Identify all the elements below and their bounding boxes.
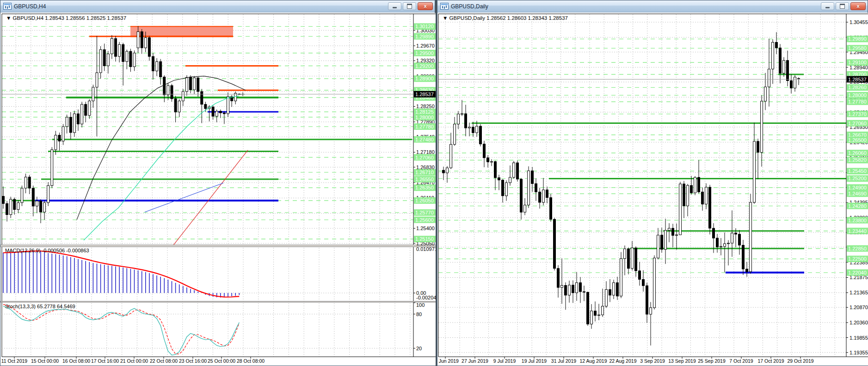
candle-body <box>524 205 526 212</box>
maximize-button[interactable] <box>836 2 849 10</box>
candle-body <box>620 259 622 296</box>
candle-body <box>21 188 23 202</box>
daily-chart-area[interactable]: 1.304551.299451.294501.289401.284451.279… <box>437 12 868 366</box>
sr-price-badge-label: 1.28125 <box>415 109 434 115</box>
candle-body <box>2 196 5 204</box>
candle-body <box>750 202 752 272</box>
candle-body <box>468 127 471 128</box>
candle-body <box>144 37 147 48</box>
candle-body <box>96 73 98 87</box>
candle-body <box>494 162 497 178</box>
price-scale-label: 1.20870 <box>850 305 868 310</box>
date-label: 17 Jun 2019 <box>437 358 459 364</box>
titlebar-daily[interactable]: GBPUSD,Daily x <box>437 0 868 12</box>
daily-chart-canvas[interactable]: 1.304551.299451.294501.289401.284451.279… <box>437 12 868 366</box>
sr-price-badge-label: 1.22500 <box>848 256 867 262</box>
candle-body <box>118 44 121 56</box>
minimize-button[interactable] <box>388 2 401 10</box>
close-icon: x <box>856 4 859 9</box>
sr-price-badge-label: 1.26060 <box>848 150 867 156</box>
sr-price-badge-label: 1.23800 <box>848 218 867 223</box>
candle-body <box>757 141 759 152</box>
candle-body <box>716 238 719 247</box>
candle-body <box>554 220 556 268</box>
candle-body <box>62 127 64 141</box>
h4-chart-canvas[interactable]: 0.0109710.00-0.002043MACD(12,26,9) -0.00… <box>0 12 436 366</box>
candle-body <box>201 92 203 104</box>
sr-price-badge-label: 1.24280 <box>848 203 867 209</box>
candle-body <box>720 246 722 247</box>
close-button[interactable]: x <box>418 2 433 10</box>
sr-price-badge-label: 1.27780 <box>848 99 867 104</box>
candle-body <box>672 228 674 235</box>
minimize-icon <box>825 7 830 8</box>
chart-ohlc-header: ▼ GBPUSD,Daily 1.28562 1.28603 1.28343 1… <box>443 15 568 21</box>
sr-price-badge-label: 1.25200 <box>848 176 867 181</box>
candle-body <box>690 185 693 193</box>
candle-body <box>579 283 582 292</box>
candle-body <box>103 49 105 66</box>
candle-body <box>88 101 91 115</box>
candle-body <box>197 78 199 92</box>
candle-body <box>465 114 467 128</box>
titlebar-h4[interactable]: GBPUSD,H4 x <box>0 0 435 12</box>
sr-price-badge-label: 1.22850 <box>848 246 867 251</box>
candle-body <box>557 268 560 287</box>
candle-body <box>565 286 567 295</box>
sr-price-badge-label: 1.28260 <box>848 85 867 90</box>
maximize-button[interactable] <box>403 2 416 10</box>
candle-body <box>591 311 593 324</box>
candle-body <box>69 117 72 133</box>
candle-body <box>668 228 671 231</box>
chart-window-icon <box>440 3 449 10</box>
price-scale-label: 1.30455 <box>850 19 868 25</box>
candle-body <box>498 177 500 180</box>
candle-body <box>43 203 46 212</box>
date-label: 23 Oct 16:00 <box>179 358 207 364</box>
candle-body <box>182 92 184 101</box>
candle-body <box>167 85 169 95</box>
h4-chart-area[interactable]: 0.0109710.00-0.002043MACD(12,26,9) -0.00… <box>0 12 435 366</box>
candle-body <box>646 286 648 314</box>
macd-scale-bottom: -0.002043 <box>416 295 436 300</box>
minimize-button[interactable] <box>821 2 834 10</box>
candle-body <box>520 179 523 212</box>
candle-body <box>227 97 229 114</box>
price-scale-label: 1.28250 <box>416 104 435 109</box>
candle-body <box>598 315 600 315</box>
current-price-badge-label: 1.28537 <box>415 92 434 97</box>
window-controls-h4: x <box>388 2 433 10</box>
candle-body <box>152 56 154 71</box>
close-button[interactable]: x <box>850 2 866 10</box>
candle-body <box>739 234 741 245</box>
candle-body <box>676 235 678 235</box>
date-label: 31 Jul 2019 <box>551 358 576 364</box>
sr-price-badge-label: 1.25770 <box>415 210 434 215</box>
price-scale-label: 1.19355 <box>850 350 868 355</box>
sr-price-badge-label: 1.29100 <box>848 60 867 65</box>
sr-price-badge-label: 1.29890 <box>415 34 434 39</box>
candle-body <box>122 44 124 61</box>
price-scale-label: 1.20360 <box>850 320 868 325</box>
candle-body <box>443 170 445 173</box>
candle-body <box>454 124 456 145</box>
candle-body <box>215 111 218 116</box>
sr-price-badge-label: 1.26350 <box>415 185 434 190</box>
date-label: 25 Oct 00:00 <box>208 358 235 364</box>
candle-body <box>742 245 745 269</box>
candle-body <box>509 177 511 183</box>
candle-body <box>517 163 519 179</box>
candle-body <box>85 104 87 116</box>
candle-body <box>472 127 474 133</box>
sr-price-badge-label: 1.27370 <box>848 111 867 117</box>
candle-body <box>10 199 12 214</box>
candle-body <box>450 144 452 168</box>
mdi-workspace: GBPUSD,H4 x 0.0109710.00-0.002043MACD(12… <box>0 0 868 366</box>
date-label: 7 Oct 2019 <box>729 358 753 364</box>
date-label: 28 Oct 08:00 <box>237 358 265 364</box>
candle-body <box>107 54 109 66</box>
candle-body <box>111 38 113 54</box>
candle-body <box>735 233 737 234</box>
candle-body <box>156 61 158 71</box>
candle-body <box>746 269 748 272</box>
